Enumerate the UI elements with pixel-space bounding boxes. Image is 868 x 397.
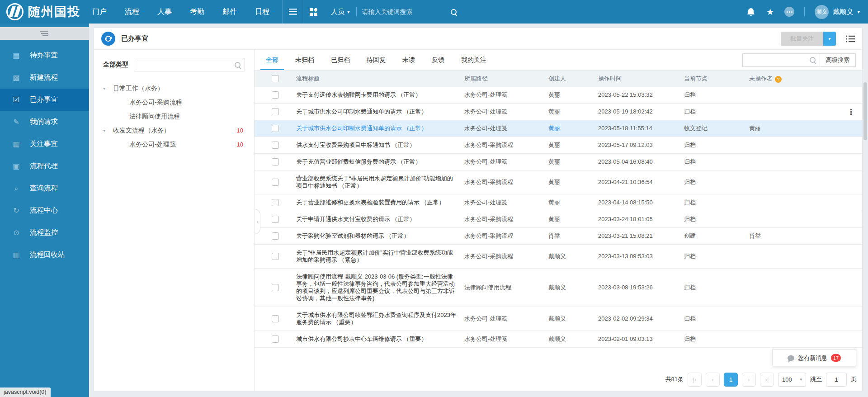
- sidebar-item[interactable]: ⌕ 查询流程: [0, 177, 89, 199]
- last-page-button[interactable]: ›|: [760, 373, 774, 387]
- row-menu-icon[interactable]: ⋮: [847, 108, 855, 116]
- panel-collapse-handle[interactable]: ‹: [255, 209, 260, 234]
- row-checkbox[interactable]: [272, 125, 279, 132]
- row-checkbox[interactable]: [272, 315, 279, 322]
- vertical-scrollbar-thumb[interactable]: [863, 82, 867, 140]
- help-icon[interactable]: ?: [775, 76, 782, 83]
- cell-flow-title[interactable]: 关于支付远传水表物联网卡费用的请示 （正常）: [296, 91, 464, 99]
- row-checkbox[interactable]: [272, 199, 279, 206]
- row-checkbox[interactable]: [272, 91, 279, 99]
- table-row[interactable]: 供水支付宝收费采购项目中标通知书 （正常） 水务公司-采购流程 黄丽 2023-…: [255, 137, 862, 154]
- table-row[interactable]: 关于城市供水有限公司续签鄂汇办水费查询程序及支付2023年服务费的请示 （重要）…: [255, 307, 862, 331]
- cell-flow-title[interactable]: 关于营业部维修和更换水表检验装置费用的请示 （正常）: [296, 199, 464, 206]
- sidebar-collapse-button[interactable]: [0, 27, 89, 40]
- tab[interactable]: 全部: [266, 50, 278, 70]
- new-message-toast[interactable]: 您有新消息 17: [772, 350, 856, 366]
- cell-flow-title[interactable]: 关于“非居民用水超定额累计加价”实行中营业部收费系统功能增加的采购请示 （紧急）: [296, 249, 464, 264]
- sidebar-item[interactable]: ▦ 关注事宜: [0, 133, 89, 155]
- tab[interactable]: 我的关注: [461, 50, 486, 70]
- row-checkbox[interactable]: [272, 216, 279, 223]
- sidebar-item[interactable]: ▩ 新建流程: [0, 66, 89, 89]
- list-search-icon[interactable]: [809, 57, 816, 63]
- sidebar-item[interactable]: ▥ 流程回收站: [0, 244, 89, 266]
- page-number-button[interactable]: 1: [724, 373, 738, 387]
- tab[interactable]: 待回复: [367, 50, 386, 70]
- tab[interactable]: 已归档: [331, 50, 350, 70]
- module-select[interactable]: 人员 ▾: [331, 8, 350, 16]
- cell-flow-title[interactable]: 供水支付宝收费采购项目中标通知书 （正常）: [296, 142, 464, 149]
- apps-grid-icon[interactable]: [303, 0, 324, 24]
- cell-flow-title[interactable]: 关于申请开通供水支付宝收费的请示 （正常）: [296, 216, 464, 223]
- search-icon[interactable]: [450, 9, 457, 15]
- row-checkbox[interactable]: [272, 179, 279, 186]
- tab[interactable]: 反馈: [432, 50, 444, 70]
- top-nav-item[interactable]: 考勤: [190, 7, 204, 17]
- sidebar-item[interactable]: ↻ 流程中心: [0, 199, 89, 222]
- tree-search-input[interactable]: [138, 61, 234, 68]
- cell-flow-title[interactable]: 法律顾问使用流程-戴顺义-2023-03-06 (服务类型:一般性法律事务，包括…: [296, 273, 464, 302]
- tree-node[interactable]: ▾ 收发文流程（水务） 10: [103, 123, 245, 137]
- tree-expand-icon[interactable]: ▾: [103, 86, 113, 91]
- tab[interactable]: 未读: [402, 50, 415, 70]
- tree-node[interactable]: ▾ 水务公司-处理笺 10: [103, 137, 245, 151]
- advanced-search-button[interactable]: 高级搜索: [820, 53, 856, 67]
- tab[interactable]: 未归档: [295, 50, 314, 70]
- batch-follow-button[interactable]: 批量关注: [781, 32, 823, 46]
- sidebar-item[interactable]: ☑ 已办事宜: [0, 89, 89, 111]
- table-row[interactable]: 关于“非居民用水超定额累计加价”实行中营业部收费系统功能增加的采购请示 （紧急）…: [255, 245, 862, 269]
- sidebar-item[interactable]: ▤ 待办事宜: [0, 44, 89, 66]
- table-row[interactable]: 关于城市供水公司印制水费通知单的请示 （正常） 水务公司-处理笺 黄丽 2023…: [255, 120, 862, 137]
- row-checkbox[interactable]: [272, 232, 279, 240]
- top-nav-item[interactable]: 日程: [255, 7, 269, 17]
- table-row[interactable]: 关于申请开通供水支付宝收费的请示 （正常） 水务公司-采购流程 黄丽 2023-…: [255, 211, 862, 228]
- cell-flow-title[interactable]: 关于城市供水有限公司续签鄂汇办水费查询程序及支付2023年服务费的请示 （重要）: [296, 312, 464, 326]
- top-nav-item[interactable]: 流程: [125, 7, 139, 17]
- cell-flow-title[interactable]: 关于采购化验室试剂和器材的请示 （正常）: [296, 232, 464, 240]
- hamburger-menu-icon[interactable]: [282, 0, 303, 24]
- tree-node[interactable]: ▾ 日常工作（水务）: [103, 81, 245, 95]
- tree-expand-icon[interactable]: ▾: [103, 128, 113, 133]
- table-row[interactable]: 营业部收费系统关于“非居民用水超定额累计加价”功能增加的项目中标通知书 （正常）…: [255, 170, 862, 194]
- prev-page-button[interactable]: ‹: [706, 373, 720, 387]
- tree-search-box[interactable]: [134, 58, 245, 71]
- global-search-input[interactable]: [362, 8, 447, 15]
- topbar-search[interactable]: [362, 8, 457, 15]
- star-icon[interactable]: ★: [765, 7, 774, 16]
- table-row[interactable]: 关于支付远传水表物联网卡费用的请示 （正常） 水务公司-处理笺 黄丽 2023-…: [255, 87, 862, 104]
- sidebar-item[interactable]: ▣ 流程代理: [0, 155, 89, 177]
- row-checkbox[interactable]: [272, 284, 279, 291]
- page-size-select[interactable]: 100 ▾: [778, 373, 806, 387]
- sidebar-item[interactable]: ⊙ 流程监控: [0, 222, 89, 244]
- row-checkbox[interactable]: [272, 253, 279, 260]
- table-row[interactable]: 城市供水有限公司抄表中心车辆维修请示 （重要） 水务公司-处理笺 戴顺义 202…: [255, 331, 862, 348]
- sidebar-item[interactable]: ✎ 我的请求: [0, 111, 89, 133]
- more-options-icon[interactable]: [784, 7, 794, 17]
- cell-flow-title[interactable]: 关于充值营业部催费短信服务费的请示 （正常）: [296, 158, 464, 165]
- cell-flow-title[interactable]: 城市供水有限公司抄表中心车辆维修请示 （重要）: [296, 336, 464, 343]
- tree-node[interactable]: ▾ 水务公司-采购流程: [103, 95, 245, 109]
- view-list-icon[interactable]: [846, 35, 855, 43]
- row-checkbox[interactable]: [272, 142, 279, 149]
- top-nav-item[interactable]: 邮件: [222, 7, 237, 17]
- batch-follow-dropdown-button[interactable]: ▾: [823, 32, 836, 46]
- table-row[interactable]: 法律顾问使用流程-戴顺义-2023-03-06 (服务类型:一般性法律事务，包括…: [255, 269, 862, 307]
- jump-page-input[interactable]: [826, 373, 847, 387]
- row-checkbox[interactable]: [272, 336, 279, 343]
- tree-search-icon[interactable]: [234, 61, 241, 68]
- table-row[interactable]: 关于充值营业部催费短信服务费的请示 （正常） 水务公司-处理笺 黄丽 2023-…: [255, 154, 862, 170]
- cell-flow-title[interactable]: 关于城市供水公司印制水费通知单的请示 （正常）: [296, 125, 464, 132]
- first-page-button[interactable]: |‹: [688, 373, 702, 387]
- tree-node[interactable]: ▾ 法律顾问使用流程: [103, 109, 245, 123]
- logo[interactable]: 随州国投: [6, 3, 80, 20]
- list-search-input[interactable]: [746, 57, 809, 63]
- user-menu[interactable]: 顺义 戴顺义 ▾: [815, 5, 860, 19]
- list-search-box[interactable]: [742, 53, 820, 67]
- table-row[interactable]: 关于营业部维修和更换水表检验装置费用的请示 （正常） 水务公司-处理笺 黄丽 2…: [255, 194, 862, 211]
- cell-flow-title[interactable]: 关于城市供水公司印制水费通知单的请示 （正常）: [296, 108, 464, 115]
- table-row[interactable]: 关于城市供水公司印制水费通知单的请示 （正常） 水务公司-处理笺 黄丽 2023…: [255, 104, 862, 120]
- bell-icon[interactable]: [746, 7, 755, 16]
- cell-flow-title[interactable]: 营业部收费系统关于“非居民用水超定额累计加价”功能增加的项目中标通知书 （正常）: [296, 175, 464, 189]
- row-checkbox[interactable]: [272, 108, 279, 115]
- table-row[interactable]: 关于采购化验室试剂和器材的请示 （正常） 水务公司-采购流程 肖举 2023-0…: [255, 228, 862, 245]
- next-page-button[interactable]: ›: [742, 373, 756, 387]
